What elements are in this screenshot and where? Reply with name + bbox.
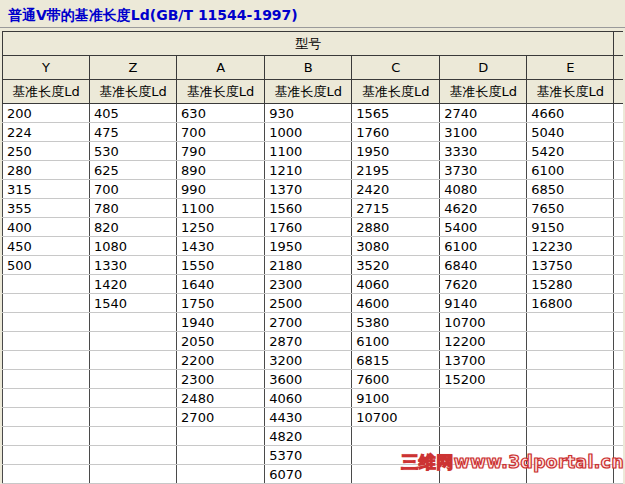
cell-a-row13: 2050 [177, 332, 265, 351]
cell-c-row17: 10700 [352, 408, 440, 427]
cell-e-row9: 13750 [527, 256, 614, 275]
letter-row-spacer [614, 56, 623, 80]
cell-a-row16: 2480 [177, 389, 265, 408]
cell-y-row1: 200 [3, 104, 90, 123]
cell-y-row18 [3, 427, 90, 446]
cell-c-row9: 3520 [352, 256, 440, 275]
cell-a-row12: 1940 [177, 313, 265, 332]
cell-a-row19 [177, 446, 265, 465]
belt-datum-length-table: 型号 Y Z A B C D E 基准长度Ld 基准长度Ld 基准长度Ld 基准… [2, 31, 623, 484]
table-row: 248040609100 [3, 389, 624, 408]
group-header-spacer [614, 32, 623, 56]
cell-a-row10: 1640 [177, 275, 265, 294]
cell-spacer [614, 123, 623, 142]
cell-b-row2: 1000 [265, 123, 352, 142]
table-row: 2505307901100195033305420 [3, 142, 624, 161]
table-row: 19402700538010700 [3, 313, 624, 332]
cell-a-row18 [177, 427, 265, 446]
cell-spacer [614, 408, 623, 427]
cell-a-row7: 1250 [177, 218, 265, 237]
cell-a-row8: 1430 [177, 237, 265, 256]
cell-y-row9: 500 [3, 256, 90, 275]
cell-y-row14 [3, 351, 90, 370]
cell-spacer [614, 161, 623, 180]
cell-z-row2: 475 [90, 123, 177, 142]
table-row: 35578011001560271546207650 [3, 199, 624, 218]
cell-a-row6: 1100 [177, 199, 265, 218]
cell-z-row3: 530 [90, 142, 177, 161]
col-header-y: Y [3, 56, 90, 80]
cell-d-row17 [440, 408, 527, 427]
cell-d-row4: 3730 [440, 161, 527, 180]
cell-d-row14: 13700 [440, 351, 527, 370]
cell-c-row15: 7600 [352, 370, 440, 389]
cell-a-row14: 2200 [177, 351, 265, 370]
cell-y-row11 [3, 294, 90, 313]
cell-d-row7: 5400 [440, 218, 527, 237]
cell-b-row12: 2700 [265, 313, 352, 332]
table-body: 2004056309301565274046602244757001000176… [3, 104, 624, 484]
cell-b-row17: 4430 [265, 408, 352, 427]
subheader-spacer [614, 80, 623, 104]
cell-c-row18 [352, 427, 440, 446]
cell-z-row9: 1330 [90, 256, 177, 275]
cell-e-row5: 6850 [527, 180, 614, 199]
subheader-z: 基准长度Ld [90, 80, 177, 104]
cell-b-row3: 1100 [265, 142, 352, 161]
table-row: 40082012501760288054009150 [3, 218, 624, 237]
cell-d-row16 [440, 389, 527, 408]
table-row: 22003200681513700 [3, 351, 624, 370]
cell-b-row16: 4060 [265, 389, 352, 408]
cell-z-row8: 1080 [90, 237, 177, 256]
table-row: 2806258901210219537306100 [3, 161, 624, 180]
table-row: 20502870610012200 [3, 332, 624, 351]
cell-z-row5: 700 [90, 180, 177, 199]
table-header: 型号 Y Z A B C D E 基准长度Ld 基准长度Ld 基准长度Ld 基准… [3, 32, 624, 104]
cell-d-row5: 4080 [440, 180, 527, 199]
cell-d-row15: 15200 [440, 370, 527, 389]
cell-spacer [614, 180, 623, 199]
cell-z-row16 [90, 389, 177, 408]
cell-e-row4: 6100 [527, 161, 614, 180]
cell-c-row3: 1950 [352, 142, 440, 161]
subheader-d: 基准长度Ld [440, 80, 527, 104]
cell-y-row4: 280 [3, 161, 90, 180]
cell-y-row6: 355 [3, 199, 90, 218]
cell-spacer [614, 104, 623, 123]
cell-spacer [614, 351, 623, 370]
cell-e-row17 [527, 408, 614, 427]
cell-spacer [614, 427, 623, 446]
cell-b-row20: 6070 [265, 465, 352, 484]
cell-c-row2: 1760 [352, 123, 440, 142]
cell-b-row4: 1210 [265, 161, 352, 180]
cell-c-row14: 6815 [352, 351, 440, 370]
table-row: 5001330155021803520684013750 [3, 256, 624, 275]
cell-z-row18 [90, 427, 177, 446]
cell-d-row10: 7620 [440, 275, 527, 294]
cell-b-row14: 3200 [265, 351, 352, 370]
cell-b-row15: 3600 [265, 370, 352, 389]
cell-e-row13 [527, 332, 614, 351]
col-header-e: E [527, 56, 614, 80]
cell-b-row7: 1760 [265, 218, 352, 237]
cell-d-row9: 6840 [440, 256, 527, 275]
cell-c-row4: 2195 [352, 161, 440, 180]
col-header-d: D [440, 56, 527, 80]
subheader-a: 基准长度Ld [177, 80, 265, 104]
cell-e-row14 [527, 351, 614, 370]
cell-a-row2: 700 [177, 123, 265, 142]
cell-e-row8: 12230 [527, 237, 614, 256]
cell-z-row10: 1420 [90, 275, 177, 294]
cell-a-row17: 2700 [177, 408, 265, 427]
cell-z-row14 [90, 351, 177, 370]
cell-spacer [614, 256, 623, 275]
cell-d-row6: 4620 [440, 199, 527, 218]
cell-spacer [614, 370, 623, 389]
cell-b-row6: 1560 [265, 199, 352, 218]
cell-spacer [614, 275, 623, 294]
cell-c-row13: 6100 [352, 332, 440, 351]
cell-e-row1: 4660 [527, 104, 614, 123]
cell-d-row11: 9140 [440, 294, 527, 313]
table-row: 200405630930156527404660 [3, 104, 624, 123]
cell-z-row15 [90, 370, 177, 389]
